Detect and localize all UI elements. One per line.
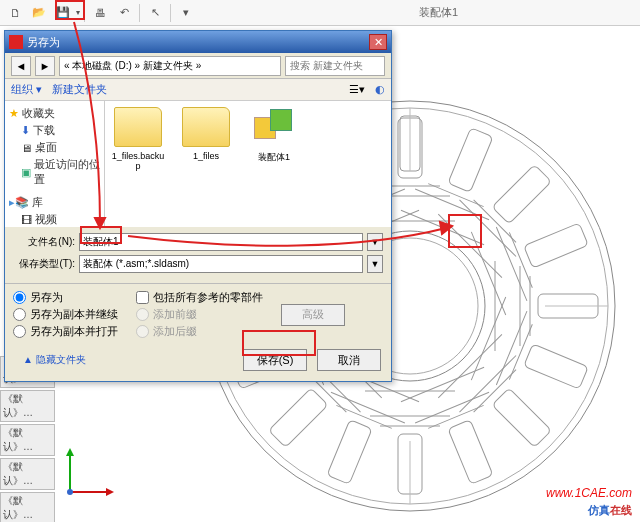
annotation-arrows (0, 0, 640, 522)
svg-marker-28 (440, 222, 452, 234)
svg-marker-27 (95, 218, 105, 228)
